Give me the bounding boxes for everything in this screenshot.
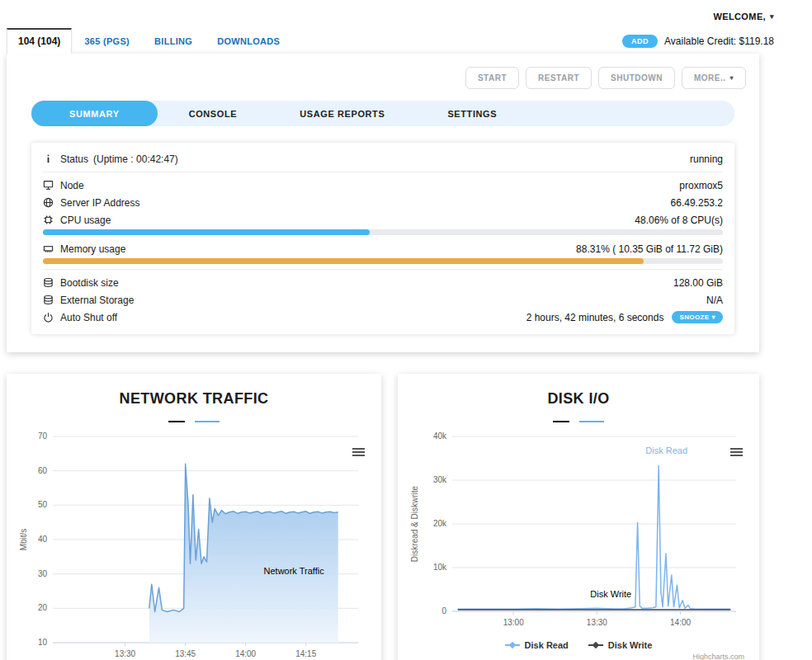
memory-icon: [43, 243, 55, 254]
tab-365-pgs[interactable]: 365 (PGS): [72, 30, 142, 54]
section-tabs: SUMMARY CONSOLE USAGE REPORTS SETTINGS: [31, 101, 734, 126]
chart-menu-icon[interactable]: [730, 448, 743, 458]
server-panel: START RESTART SHUTDOWN MORE.. ▾ SUMMARY …: [7, 54, 759, 352]
external-storage-row: External Storage N/A: [43, 291, 723, 309]
available-credit: Available Credit: $119.18: [664, 35, 774, 47]
welcome-menu[interactable]: WELCOME, ▾: [713, 12, 774, 21]
divider: [43, 172, 723, 172]
globe-icon: [43, 197, 55, 208]
tab-billing[interactable]: BILLING: [142, 30, 205, 54]
storage-icon: [43, 295, 55, 305]
status-label: Status: [60, 153, 88, 165]
ip-label: Server IP Address: [60, 197, 140, 209]
disk-write-marker-icon: [588, 644, 603, 646]
memory-value: 88.31% ( 10.35 GiB of 11.72 GiB): [576, 243, 723, 255]
disk-io-card: DISK I/O 010k20k30k40k13:0013:3014:00Dis…: [398, 374, 759, 660]
legend-label: Disk Write: [608, 640, 653, 650]
x-tick-label: 14:00: [235, 649, 256, 658]
bootdisk-row: Bootdisk size 128.00 GiB: [43, 274, 723, 291]
y-tick-label: 20k: [433, 519, 447, 528]
start-button[interactable]: START: [465, 67, 519, 89]
shutdown-button[interactable]: SHUTDOWN: [598, 67, 675, 89]
legend-swatch[interactable]: [168, 421, 185, 422]
chevron-down-icon: ▾: [712, 314, 715, 321]
tab-downloads[interactable]: DOWNLOADS: [205, 30, 292, 54]
cpu-value: 48.06% of 8 CPU(s): [635, 214, 723, 226]
restart-button[interactable]: RESTART: [526, 67, 592, 89]
memory-progress-fill: [43, 258, 644, 264]
server-actions: START RESTART SHUTDOWN MORE.. ▾: [7, 64, 759, 101]
disk-read-marker-icon: [505, 644, 520, 646]
node-row: Node proxmox5: [43, 177, 723, 194]
status-card: Status (Uptime : 00:42:47) running Node …: [31, 143, 734, 334]
tab-server-104[interactable]: 104 (104): [7, 28, 72, 54]
memory-progress-track: [43, 258, 723, 264]
bootdisk-value: 128.00 GiB: [673, 277, 723, 289]
x-tick-label: 14:15: [295, 649, 316, 658]
legend-disk-read[interactable]: Disk Read: [505, 640, 569, 650]
chevron-down-icon: ▾: [770, 12, 774, 21]
credit-area: ADD Available Credit: $119.18: [622, 35, 774, 54]
tab-bar: 104 (104) 365 (PGS) BILLING DOWNLOADS AD…: [0, 25, 812, 54]
x-tick-label: 14:00: [670, 618, 691, 627]
more-label: MORE..: [694, 73, 726, 82]
tab-settings[interactable]: SETTINGS: [416, 101, 528, 126]
add-credit-button[interactable]: ADD: [622, 35, 658, 48]
status-value: running: [690, 153, 723, 165]
series-area: [149, 464, 338, 643]
chart-legend: [409, 418, 748, 425]
cpu-row: CPU usage 48.06% of 8 CPU(s): [43, 211, 723, 229]
chevron-down-icon: ▾: [729, 74, 734, 82]
x-tick-label: 13:00: [503, 618, 524, 627]
legend-label: Disk Read: [525, 640, 569, 650]
y-tick-label: 40: [38, 535, 48, 544]
y-tick-label: 40k: [433, 431, 447, 441]
network-traffic-card: NETWORK TRAFFIC 1020304050607013:3013:45…: [7, 374, 381, 660]
disk-io-chart: 010k20k30k40k13:0013:3014:00Disk ReadDis…: [409, 427, 748, 634]
tab-console[interactable]: CONSOLE: [158, 101, 269, 126]
tab-usage-reports[interactable]: USAGE REPORTS: [268, 101, 416, 126]
snooze-label: SNOOZE: [679, 314, 709, 321]
series-label: Disk Write: [590, 589, 631, 599]
y-axis-label: Mbit/s: [19, 529, 28, 551]
tab-summary[interactable]: SUMMARY: [31, 101, 158, 126]
cpu-label: CPU usage: [60, 214, 111, 226]
bootdisk-label: Bootdisk size: [60, 277, 119, 289]
series-label: Disk Read: [645, 446, 687, 455]
y-tick-label: 10: [38, 638, 48, 647]
node-value: proxmox5: [679, 180, 723, 191]
auto-shutoff-row: Auto Shut off 2 hours, 42 minutes, 6 sec…: [43, 309, 723, 326]
more-button[interactable]: MORE.. ▾: [682, 67, 746, 89]
legend-disk-write[interactable]: Disk Write: [588, 640, 653, 650]
cpu-progress-track: [43, 229, 723, 235]
x-tick-label: 13:45: [175, 649, 196, 658]
y-tick-label: 30k: [433, 475, 447, 484]
chart-title: DISK I/O: [409, 390, 748, 408]
uptime-label: (Uptime : 00:42:47): [93, 153, 178, 165]
charts-row: NETWORK TRAFFIC 1020304050607013:3013:45…: [7, 374, 759, 660]
highcharts-credit[interactable]: Highcharts.com: [409, 653, 748, 660]
status-row: Status (Uptime : 00:42:47) running: [43, 150, 723, 167]
legend-swatch[interactable]: [553, 421, 569, 422]
legend-swatch[interactable]: [195, 421, 220, 422]
auto-shutoff-label: Auto Shut off: [60, 312, 117, 323]
chart-bottom-legend: Disk Read Disk Write: [409, 634, 748, 653]
legend-swatch[interactable]: [579, 421, 604, 422]
y-tick-label: 20: [38, 603, 48, 612]
welcome-label: WELCOME,: [713, 12, 766, 21]
y-axis-label: Diskread & Diskwrite: [410, 485, 419, 562]
auto-shutoff-value: 2 hours, 42 minutes, 6 seconds: [526, 312, 664, 323]
snooze-button[interactable]: SNOOZE ▾: [672, 311, 723, 323]
cpu-icon: [43, 214, 55, 225]
top-bar: WELCOME, ▾: [0, 0, 812, 25]
external-storage-label: External Storage: [60, 295, 134, 306]
memory-label: Memory usage: [60, 243, 125, 255]
series-line: [458, 466, 731, 610]
external-storage-value: N/A: [706, 295, 723, 306]
chart-menu-icon[interactable]: [352, 448, 365, 458]
y-tick-label: 70: [38, 431, 48, 441]
ip-row: Server IP Address 66.49.253.2: [43, 194, 723, 211]
series-label: Network Traffic: [264, 566, 325, 576]
y-tick-label: 60: [38, 466, 48, 475]
cpu-progress-fill: [43, 229, 370, 235]
